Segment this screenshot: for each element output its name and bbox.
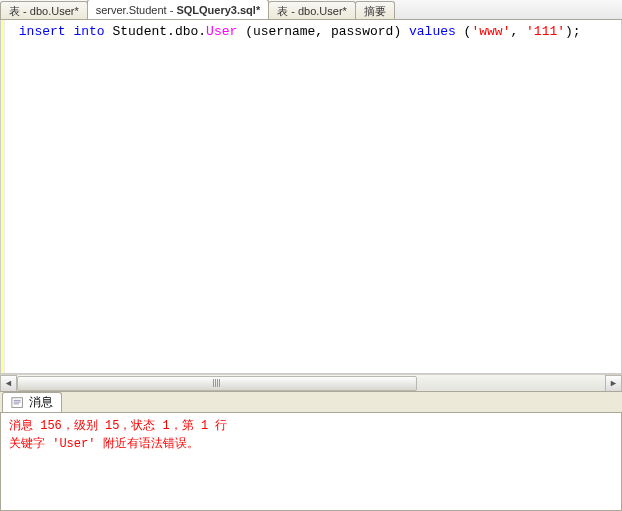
scroll-right-button[interactable]: ► — [605, 375, 622, 392]
editor-tab-bar: 表 - dbo.User* server.Student - SQLQuery3… — [0, 0, 622, 20]
string-111: '111' — [526, 24, 565, 39]
paren2-open: ( — [456, 24, 472, 39]
messages-icon — [11, 396, 25, 410]
tab-sqlquery-active[interactable]: server.Student - SQLQuery3.sql* — [87, 0, 269, 19]
tab-label: 表 - dbo.User* — [9, 5, 79, 17]
sql-editor[interactable]: insert into Student.dbo.User (username, … — [0, 20, 622, 374]
tab-table-user-2[interactable]: 表 - dbo.User* — [268, 1, 356, 19]
tab-label: 表 - dbo.User* — [277, 5, 347, 17]
messages-tab-bar: 消息 — [0, 391, 622, 413]
messages-pane[interactable]: 消息 156，级别 15，状态 1，第 1 行 关键字 'User' 附近有语法… — [0, 413, 622, 511]
keyword-insert: insert — [19, 24, 66, 39]
tab-messages[interactable]: 消息 — [2, 392, 62, 412]
code-text[interactable]: insert into Student.dbo.User (username, … — [5, 20, 621, 373]
tab-summary[interactable]: 摘要 — [355, 1, 395, 19]
comma: , — [315, 24, 331, 39]
tab-table-user-1[interactable]: 表 - dbo.User* — [0, 1, 88, 19]
comma: , — [510, 24, 526, 39]
obj-dbo: dbo — [175, 24, 198, 39]
paren-open: ( — [237, 24, 253, 39]
table-user: User — [206, 24, 237, 39]
keyword-into: into — [73, 24, 104, 39]
keyword-values: values — [409, 24, 456, 39]
tab-label-sep: - — [167, 4, 177, 16]
scroll-thumb[interactable] — [17, 376, 417, 391]
message-line-1: 消息 156，级别 15，状态 1，第 1 行 — [9, 417, 613, 435]
scroll-grip-icon — [213, 379, 221, 387]
obj-student: Student — [112, 24, 167, 39]
dot: . — [198, 24, 206, 39]
paren-close: ) — [393, 24, 409, 39]
tab-label: 摘要 — [364, 5, 386, 17]
scroll-left-button[interactable]: ◄ — [0, 375, 17, 392]
string-www: 'www' — [471, 24, 510, 39]
col-password: password — [331, 24, 393, 39]
tab-label-prefix: server.Student — [96, 4, 167, 16]
messages-tab-label: 消息 — [29, 394, 53, 411]
col-username: username — [253, 24, 315, 39]
tab-label-suffix: SQLQuery3.sql* — [176, 4, 260, 16]
paren2-close: ); — [565, 24, 581, 39]
message-line-2: 关键字 'User' 附近有语法错误。 — [9, 435, 613, 453]
editor-horizontal-scrollbar[interactable]: ◄ ► — [0, 374, 622, 391]
scroll-track[interactable] — [17, 375, 605, 392]
dot: . — [167, 24, 175, 39]
